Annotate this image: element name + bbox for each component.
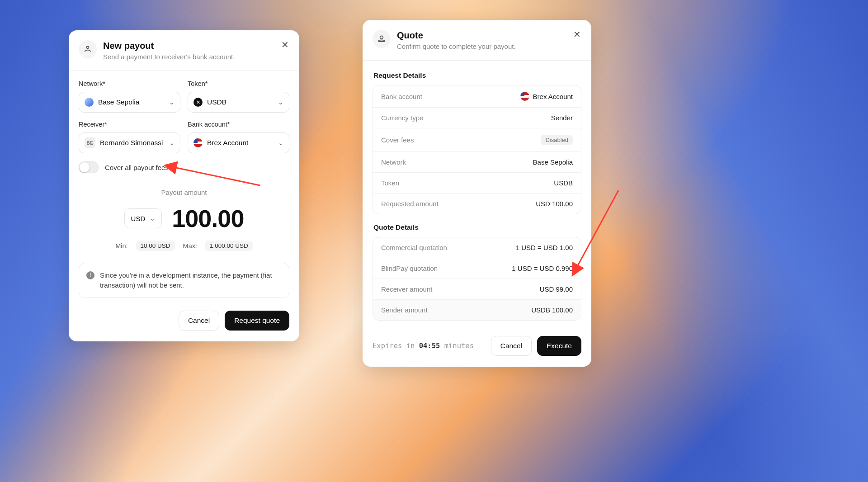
chevron-down-icon: ⌄ [278, 139, 283, 146]
detail-value: Base Sepolia [533, 158, 573, 166]
detail-row: Bank accountBrex Account [373, 85, 581, 107]
detail-key: Cover fees [381, 136, 414, 144]
detail-key: Currency type [381, 114, 423, 122]
dev-notice: ! Since you're in a development instance… [79, 263, 289, 298]
detail-row: Receiver amountUSD 99.00 [373, 279, 581, 299]
base-icon [85, 98, 94, 107]
chevron-down-icon: ⌄ [150, 215, 155, 222]
modal-header: New payout Send a payment to receiver's … [69, 30, 299, 71]
bank-label: Bank account* [188, 121, 289, 128]
cancel-button[interactable]: Cancel [491, 336, 532, 356]
detail-value: Sender [551, 114, 573, 122]
detail-value: USD 99.00 [540, 285, 573, 293]
cancel-button[interactable]: Cancel [179, 311, 219, 331]
bank-select[interactable]: Brex Account ⌄ [188, 132, 289, 153]
quote-modal: Quote Confirm quote to complete your pay… [363, 20, 591, 367]
max-value: 1,000.00 USD [205, 241, 253, 251]
cover-fees-toggle[interactable] [79, 161, 99, 173]
receiver-label: Receiver* [79, 121, 180, 128]
detail-key: Commercial quotation [381, 244, 447, 251]
receiver-avatar: BE [85, 137, 95, 148]
detail-value: 1 USD = USD 1.00 [516, 244, 573, 251]
network-label: Network* [79, 80, 180, 87]
close-button[interactable]: ✕ [571, 28, 583, 41]
quote-details-box: Commercial quotation1 USD = USD 1.00Blin… [373, 237, 581, 321]
max-label: Max: [183, 242, 197, 250]
min-value: 10.00 USD [136, 241, 175, 251]
notice-text: Since you're in a development instance, … [100, 270, 282, 290]
bank-value: Brex Account [207, 139, 274, 147]
token-select[interactable]: ✕ USDB ⌄ [188, 92, 289, 113]
amount-input[interactable]: 100.00 [172, 204, 244, 232]
modal-title: New payout [103, 40, 288, 51]
min-label: Min: [115, 242, 127, 250]
receiver-select[interactable]: BE Bernardo Simonassi ⌄ [79, 132, 180, 153]
payout-icon [79, 40, 97, 58]
amount-caption: Payout amount [79, 189, 289, 196]
detail-row: Commercial quotation1 USD = USD 1.00 [373, 237, 581, 258]
new-payout-modal: New payout Send a payment to receiver's … [69, 30, 299, 341]
svg-point-1 [380, 36, 383, 39]
currency-select[interactable]: USD ⌄ [124, 208, 162, 228]
expiry-text: Expires in 04:55 minutes [373, 342, 491, 350]
detail-row: Currency typeSender [373, 107, 581, 128]
modal-subtitle: Confirm quote to complete your payout. [397, 43, 580, 50]
modal-title: Quote [397, 30, 580, 41]
execute-button[interactable]: Execute [537, 336, 581, 356]
detail-key: Network [381, 158, 406, 166]
token-value: USDB [207, 98, 274, 106]
request-quote-button[interactable]: Request quote [225, 311, 289, 331]
detail-value: USDB [554, 179, 573, 187]
info-icon: ! [86, 271, 94, 279]
detail-key: Sender amount [381, 306, 428, 314]
detail-key: Receiver amount [381, 285, 432, 293]
chevron-down-icon: ⌄ [278, 99, 283, 106]
detail-key: Token [381, 179, 399, 187]
close-button[interactable]: ✕ [278, 38, 291, 51]
cover-fees-label: Cover all payout fees [105, 164, 169, 171]
detail-row: Sender amountUSDB 100.00 [373, 299, 581, 320]
detail-value: USDB 100.00 [531, 306, 573, 314]
quote-icon [373, 30, 391, 48]
detail-row: BlindPay quotation1 USD = USD 0.990 [373, 258, 581, 279]
us-flag-icon [193, 138, 203, 147]
request-details-title: Request Details [373, 71, 580, 80]
disabled-badge: Disabled [541, 135, 573, 145]
chevron-down-icon: ⌄ [169, 139, 175, 146]
detail-key: Bank account [381, 93, 422, 100]
receiver-value: Bernardo Simonassi [100, 139, 165, 147]
currency-value: USD [131, 215, 146, 222]
detail-key: Requested amount [381, 200, 439, 208]
quote-details-title: Quote Details [373, 223, 580, 232]
detail-value: USD 100.00 [536, 200, 573, 208]
network-select[interactable]: Base Sepolia ⌄ [79, 92, 180, 113]
token-label: Token* [188, 80, 289, 87]
request-details-box: Bank accountBrex AccountCurrency typeSen… [373, 85, 581, 214]
chevron-down-icon: ⌄ [169, 99, 175, 106]
detail-value: Disabled [541, 135, 573, 145]
modal-header: Quote Confirm quote to complete your pay… [363, 20, 591, 61]
detail-row: TokenUSDB [373, 172, 581, 193]
detail-row: Requested amountUSD 100.00 [373, 193, 581, 214]
detail-row: Cover feesDisabled [373, 128, 581, 151]
network-value: Base Sepolia [98, 98, 165, 106]
detail-key: BlindPay quotation [381, 265, 438, 272]
detail-value: 1 USD = USD 0.990 [512, 265, 573, 272]
us-flag-icon [520, 92, 529, 101]
usdb-icon: ✕ [193, 98, 203, 107]
detail-value: Brex Account [520, 92, 573, 101]
detail-row: NetworkBase Sepolia [373, 151, 581, 172]
modal-subtitle: Send a payment to receiver's bank accoun… [103, 53, 288, 61]
